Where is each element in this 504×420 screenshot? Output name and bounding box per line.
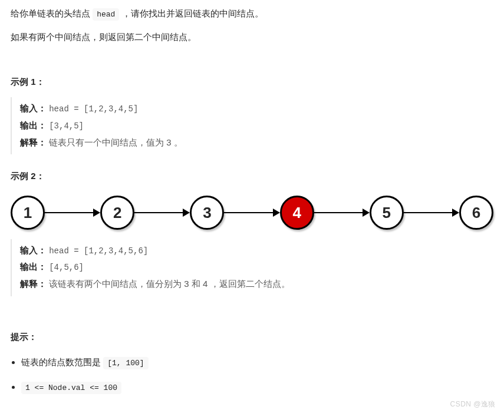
input-value: head = [1,2,3,4,5,6]	[49, 246, 148, 256]
example-2-output: 输出： [4,5,6]	[20, 259, 493, 275]
intro-text-post: ，请你找出并返回链表的中间结点。	[122, 8, 263, 18]
watermark: CSDN @逸狼	[450, 398, 496, 410]
input-value: head = [1,2,3,4,5]	[49, 104, 138, 114]
intro-paragraph-2: 如果有两个中间结点，则返回第二个中间结点。	[11, 29, 493, 45]
example-1-block: 输入： head = [1,2,3,4,5] 输出： [3,4,5] 解释： 链…	[11, 97, 493, 154]
arrow-icon	[404, 210, 459, 216]
example-2-title: 示例 2：	[11, 168, 493, 184]
intro-paragraph-1: 给你单链表的头结点 head ，请你找出并返回链表的中间结点。	[11, 6, 493, 21]
hint-code: 1 <= Node.val <= 100	[21, 382, 121, 394]
node-3: 3	[190, 196, 224, 230]
hint-text: 链表的结点数范围是	[21, 357, 103, 367]
output-value: [3,4,5]	[49, 121, 84, 131]
linked-list-diagram: 123456	[11, 196, 493, 230]
example-2-input: 输入： head = [1,2,3,4,5,6]	[20, 243, 493, 259]
explain-text: 该链表有两个中间结点，值分别为 3 和 4 ，返回第二个结点。	[49, 279, 289, 289]
input-label: 输入：	[20, 245, 47, 255]
hint-code: [1, 100]	[103, 357, 148, 369]
arrow-icon	[224, 210, 279, 216]
node-4: 4	[280, 196, 314, 230]
hints-title: 提示：	[11, 329, 493, 345]
hints-list: 链表的结点数范围是 [1, 100] 1 <= Node.val <= 100	[11, 355, 493, 395]
example-2-block: 输入： head = [1,2,3,4,5,6] 输出： [4,5,6] 解释：…	[11, 239, 493, 296]
hint-item-2: 1 <= Node.val <= 100	[21, 379, 493, 395]
node-2: 2	[100, 196, 134, 230]
node-1: 1	[11, 196, 45, 230]
output-label: 输出：	[20, 120, 47, 130]
arrow-icon	[45, 210, 100, 216]
head-code: head	[93, 8, 119, 21]
arrow-icon	[134, 210, 190, 216]
example-1-input: 输入： head = [1,2,3,4,5]	[20, 101, 493, 117]
example-1-explain: 解释： 链表只有一个中间结点，值为 3 。	[20, 135, 493, 150]
example-1-title: 示例 1：	[11, 74, 493, 90]
example-1-output: 输出： [3,4,5]	[20, 118, 493, 134]
input-label: 输入：	[20, 103, 47, 113]
hint-item-1: 链表的结点数范围是 [1, 100]	[21, 355, 493, 370]
example-2-explain: 解释： 该链表有两个中间结点，值分别为 3 和 4 ，返回第二个结点。	[20, 276, 493, 292]
explain-label: 解释：	[20, 137, 47, 147]
node-6: 6	[459, 196, 493, 230]
node-5: 5	[370, 196, 404, 230]
output-value: [4,5,6]	[49, 263, 84, 272]
arrow-icon	[314, 210, 370, 216]
output-label: 输出：	[20, 262, 47, 272]
explain-label: 解释：	[20, 279, 47, 289]
intro-text-pre: 给你单链表的头结点	[11, 8, 93, 18]
explain-text: 链表只有一个中间结点，值为 3 。	[49, 137, 183, 147]
